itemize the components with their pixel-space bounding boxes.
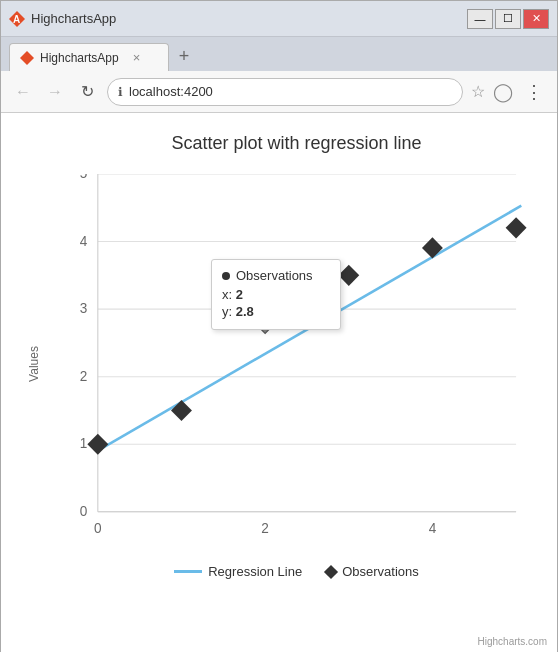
browser-window: A HighchartsApp — ☐ ✕ HighchartsApp × + …	[0, 0, 558, 652]
legend-regression[interactable]: Regression Line	[174, 564, 302, 579]
svg-marker-2	[20, 51, 34, 65]
app-favicon: A	[9, 11, 25, 27]
svg-text:2: 2	[261, 521, 269, 536]
legend-diamond-symbol	[324, 564, 338, 578]
svg-text:A: A	[13, 14, 20, 25]
y-axis-label: Values	[27, 346, 41, 382]
forward-button[interactable]: →	[43, 80, 67, 104]
address-bar: ← → ↻ ℹ localhost:4200 ☆ ◯ ⋮	[1, 71, 557, 113]
scatter-point-5	[506, 217, 527, 238]
legend-regression-label: Regression Line	[208, 564, 302, 579]
highcharts-credit: Highcharts.com	[478, 636, 547, 647]
tab-label: HighchartsApp	[40, 51, 119, 65]
svg-text:1: 1	[80, 436, 88, 451]
legend-line-symbol	[174, 570, 202, 573]
tab-close-button[interactable]: ×	[133, 50, 141, 65]
chart-title: Scatter plot with regression line	[56, 133, 537, 154]
window-controls: — ☐ ✕	[467, 9, 549, 29]
chart-legend: Regression Line Observations	[56, 564, 537, 579]
tab-favicon-icon	[20, 51, 34, 65]
new-tab-button[interactable]: +	[171, 43, 197, 69]
legend-observations-label: Observations	[342, 564, 419, 579]
scatter-point-2	[255, 312, 276, 333]
svg-text:3: 3	[80, 301, 88, 316]
page-content: Scatter plot with regression line Values	[1, 113, 557, 652]
credit-text: Highcharts.com	[478, 636, 547, 647]
reload-button[interactable]: ↻	[75, 80, 99, 104]
back-button[interactable]: ←	[11, 80, 35, 104]
legend-observations[interactable]: Observations	[326, 564, 419, 579]
chart-svg: 0 1 2 3 4 5 0 2 4	[56, 174, 537, 554]
security-icon: ℹ	[118, 85, 123, 99]
svg-text:0: 0	[94, 521, 102, 536]
tab-bar: HighchartsApp × +	[1, 37, 557, 71]
svg-text:5: 5	[80, 174, 88, 181]
maximize-button[interactable]: ☐	[495, 9, 521, 29]
scatter-point-0	[87, 434, 108, 455]
profile-icon[interactable]: ◯	[493, 81, 513, 103]
svg-text:0: 0	[80, 504, 88, 519]
menu-icon[interactable]: ⋮	[521, 77, 547, 107]
title-bar: A HighchartsApp — ☐ ✕	[1, 1, 557, 37]
bookmark-icon[interactable]: ☆	[471, 82, 485, 101]
scatter-point-4	[422, 237, 443, 258]
chart-container: Scatter plot with regression line Values	[1, 113, 557, 652]
tab-title: HighchartsApp	[31, 11, 461, 26]
url-text: localhost:4200	[129, 84, 452, 99]
svg-text:4: 4	[80, 234, 88, 249]
close-button[interactable]: ✕	[523, 9, 549, 29]
active-tab[interactable]: HighchartsApp ×	[9, 43, 169, 71]
scatter-point-3	[338, 265, 359, 286]
minimize-button[interactable]: —	[467, 9, 493, 29]
svg-text:4: 4	[429, 521, 437, 536]
scatter-point-1	[171, 400, 192, 421]
url-bar[interactable]: ℹ localhost:4200	[107, 78, 463, 106]
chart-area: Values	[56, 174, 537, 554]
svg-text:2: 2	[80, 369, 88, 384]
svg-line-20	[98, 206, 521, 451]
